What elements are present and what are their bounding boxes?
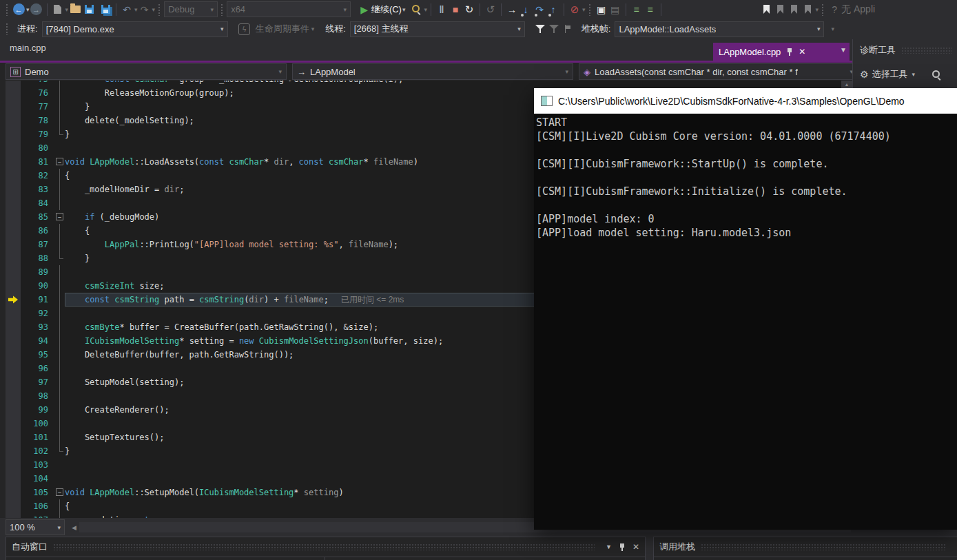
breakpoint-gutter[interactable] [6,513,21,518]
redo-caret[interactable]: ▾ [152,6,156,13]
previous-bookmark-button[interactable] [774,2,788,17]
toggle-breakpoints-button[interactable]: ⊘ [568,2,582,17]
immediate-window-button[interactable]: ≡ [644,2,657,17]
breakpoint-gutter[interactable] [6,169,21,183]
close-panel-icon[interactable]: ✕ [632,542,639,552]
apply-code-changes-button[interactable]: ↺ [484,2,497,17]
code-line-75[interactable]: 75 const csmChar* group = _modelSetting-… [0,81,852,86]
pin-panel-icon[interactable] [619,543,626,552]
save-button[interactable] [82,2,96,17]
breakpoint-gutter[interactable] [6,472,21,486]
open-file-button[interactable] [68,2,82,17]
toolbar-grip[interactable] [158,3,161,16]
tab-lappmodel-cpp[interactable]: LAppModel.cpp ✕ [713,43,850,61]
clear-bookmarks-button[interactable] [801,2,815,17]
bookmarks-overflow-button[interactable]: ▾ [816,6,819,13]
feedback-button[interactable]: ? [827,2,841,17]
breakpoint-gutter[interactable] [6,375,21,389]
copy-button[interactable]: ▤ [608,2,622,17]
breakpoint-gutter[interactable] [6,458,21,472]
breakpoint-gutter[interactable] [6,127,21,141]
callstack-title-bar[interactable]: 调用堆栈 [654,537,957,557]
breakpoint-gutter[interactable] [6,431,21,444]
attach-to-process-button[interactable] [409,2,423,17]
flag-threads-button[interactable] [561,21,575,37]
output-window-button[interactable]: ≡ [630,2,644,17]
breakpoint-gutter[interactable] [6,417,21,431]
breakpoint-gutter[interactable] [6,183,21,196]
tab-main-cpp[interactable]: main.cpp [10,43,46,53]
next-bookmark-button[interactable] [788,2,801,17]
thread-combo[interactable]: [2668] 主线程 ▾ [350,21,525,37]
step-out-button[interactable]: ↑ [546,2,560,17]
restart-button[interactable]: ↻ [462,2,476,17]
pin-tab-icon[interactable] [786,48,793,56]
select-tool-caret[interactable]: ▾ [912,71,916,78]
select-tool-button[interactable]: 选择工具 [872,68,908,81]
breakpoint-gutter[interactable] [6,196,21,210]
console-title-bar[interactable]: C:\Users\Public\work\Live2D\CubismSdkFor… [534,88,957,114]
toolbar-grip[interactable] [220,3,224,16]
breakpoint-gutter[interactable] [6,486,21,499]
breakpoint-gutter[interactable] [6,279,21,293]
toolbar-overflow-button[interactable]: ▾ [424,6,427,13]
member-dropdown[interactable]: ◈LoadAssets(const csmChar * dir, const c… [579,63,858,80]
breakpoints-overflow-button[interactable]: ▾ [582,6,586,13]
editor-vertical-scrollbar[interactable]: ▲ [841,81,852,88]
redo-button[interactable]: ↷ [138,2,152,17]
show-next-statement-button[interactable]: → [505,2,519,17]
breakpoint-gutter[interactable] [6,293,21,307]
stop-debugging-button[interactable]: ■ [449,2,462,17]
breakpoint-gutter[interactable] [6,444,21,458]
filter-threads-button[interactable] [533,21,547,37]
breakpoint-gutter[interactable] [6,320,21,334]
zoom-magnifier-icon[interactable] [932,70,942,80]
solution-configurations-combo[interactable]: Debug ▾ [164,1,218,17]
solution-platforms-combo[interactable]: x64 ▾ [227,1,351,17]
fold-toggle[interactable]: − [56,213,63,220]
clear-filter-button[interactable] [547,21,561,37]
diagnostics-title-bar[interactable]: 诊断工具 [853,39,957,61]
type-dropdown[interactable]: →LAppModel ▾ [292,63,573,80]
navigate-forward-button[interactable]: → [30,2,43,17]
breakpoint-gutter[interactable] [6,403,21,417]
lifecycle-caret[interactable]: ▾ [311,25,315,32]
undo-button[interactable]: ↶ [120,2,134,17]
new-file-button[interactable] [51,2,65,17]
debug-location-overflow-button[interactable]: ▾ [831,25,834,32]
toolbar-grip[interactable] [6,23,9,35]
breakpoint-gutter[interactable] [6,348,21,362]
breakpoint-gutter[interactable] [6,362,21,375]
save-all-button[interactable] [99,2,112,17]
breakpoint-gutter[interactable] [6,251,21,265]
tab-list-dropdown-button[interactable]: ▼ [840,46,847,54]
breakpoint-gutter[interactable] [6,389,21,403]
toolbar-grip[interactable] [588,3,592,16]
autos-title-bar[interactable]: 自动窗口 ▼ ✕ [6,537,645,557]
breakpoint-gutter[interactable] [6,265,21,279]
fold-toggle[interactable]: − [56,158,63,165]
lifecycle-events-button[interactable]: ϟ [238,21,251,37]
toolbar-grip[interactable] [6,3,9,16]
breakpoint-gutter[interactable] [6,86,21,100]
breakpoint-gutter[interactable] [6,100,21,114]
continue-button[interactable]: ▶ 继续(C) [360,2,402,17]
window-position-icon[interactable]: ▼ [606,543,612,550]
step-into-button[interactable]: ↓ [519,2,533,17]
breakpoint-gutter[interactable] [6,81,21,86]
breakpoint-gutter[interactable] [6,141,21,155]
column-splitter[interactable] [325,557,325,560]
project-dropdown[interactable]: ⊞Demo ▾ [6,63,287,80]
step-over-button[interactable]: ↷ [533,2,546,17]
breakpoint-gutter[interactable] [6,155,21,169]
navigate-back-button[interactable]: ← [12,2,25,17]
editor-zoom-combo[interactable]: 100 % ▾ [6,519,65,535]
fold-toggle[interactable]: − [56,488,63,496]
breakpoint-gutter[interactable] [6,238,21,251]
process-combo[interactable]: [7840] Demo.exe ▾ [42,21,228,37]
breakpoint-gutter[interactable] [6,114,21,127]
breakpoint-gutter[interactable] [6,334,21,348]
breakpoint-gutter[interactable] [6,307,21,320]
hscroll-left-arrow[interactable]: ◀ [72,524,76,531]
continue-caret[interactable]: ▾ [402,6,406,13]
